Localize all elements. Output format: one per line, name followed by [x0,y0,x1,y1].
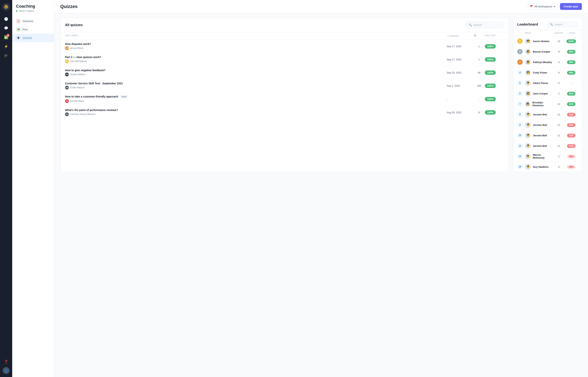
lb-score: 78% [564,123,578,127]
workspace-selector[interactable]: 🚩 All workspaces ▾ [527,3,558,10]
lb-name: Jane Cooper [533,92,548,95]
user-avatar[interactable]: 👤 [3,367,10,374]
list-item[interactable]: 9 👨 Jerome Bell 11 78% [513,120,582,130]
quizzes-search-placeholder: Search [473,24,482,26]
quiz-info: What's the point of performance reviews?… [65,108,447,116]
sessions-icon: 📋 [16,19,21,24]
nav-icon-help[interactable]: ❓ [2,358,10,365]
list-item[interactable]: 5 👨 Albert Flores 6 ··· [513,78,582,88]
header: Quizzes 🚩 All workspaces ▾ Create quiz [54,0,588,13]
quizzes-label: Quizzes [23,36,32,39]
avatar: 👨 [525,80,531,86]
quiz-author: CH Courtney Henry Effenson [65,112,447,116]
quizzes-search-input[interactable]: 🔍 Search [466,22,504,28]
lb-score: 86% [564,92,578,95]
lb-person: 👨 Albert Flores [525,80,553,86]
table-row[interactable]: Part 2 — How quizzes work? JB John Bill … [61,53,509,66]
rank-badge: 8 [517,112,525,117]
nav-icon-chat[interactable]: 💬 [2,24,10,32]
lb-name: Jerome Bell [533,113,547,116]
lb-score: 96% [564,60,578,64]
lb-person: 👩 Bessie Cooper [525,48,553,55]
lb-person: 👨 Marvin McKinney [525,153,553,159]
nav-icon-tasks[interactable]: ✅ 8 [2,34,10,41]
leaderboard-search[interactable]: 🔍 Search [547,22,578,27]
table-row[interactable]: How disputes work? JW Jenny Wilson Sep 1… [61,40,509,53]
quiz-info: Customer Service Skill Test - September … [65,82,447,90]
search-icon: 🔍 [469,24,472,26]
avatar: 🧑 [525,70,531,76]
list-item[interactable]: 8 👨 Jerome Bell 11 78% [513,109,582,120]
quiz-info: How to give negative feedback? AW Andrew… [65,69,447,76]
author-avatar: AW [65,72,69,76]
lb-score: 40% [564,165,578,168]
list-item[interactable]: 4 🧑 Cody Fisher 8 96% [513,67,582,78]
lb-name: Aaron Howles [533,40,550,43]
author-name: Andrew Willem [70,73,85,76]
avatar: 👨 [525,153,531,159]
list-item[interactable]: 10 👨 Jerome Bell 11 78% [513,130,582,141]
lb-col-score: ↓ Score [564,32,578,34]
table-row[interactable]: Customer Service Skill Test - September … [61,79,509,92]
draft-badge: Draft [120,95,128,98]
quiz-info: How disputes work? JW Jenny Wilson [65,42,447,50]
list-item[interactable]: 1 🧑 Aaron Howles 12 100% [513,36,582,47]
lb-quizzes-count: 5 [553,165,564,168]
lb-score: 78% [564,134,578,137]
sidebar-item-pins[interactable]: 📌 Pins [12,25,54,34]
author-name: Annette Black [70,100,84,102]
table-row[interactable]: How to take a customer-friendly approach… [61,92,509,106]
lb-score-badge: 78% [567,123,575,127]
quiz-name: How disputes work? [65,42,447,46]
pins-label: Pins [23,28,28,31]
lb-name: Bessie Cooper [533,50,550,53]
nav-icon-lightning[interactable]: ⚡ [2,43,10,50]
list-item[interactable]: 2 👩 Bessie Cooper 9 98% [513,47,582,57]
list-item[interactable]: 12 👨 Marvin McKinney 2 48% [513,151,582,162]
lb-quizzes-count: 9 [553,50,564,53]
tasks-badge: 8 [6,34,10,37]
lb-col-name: Name [525,32,553,34]
nav-icon-graduation[interactable]: 🎓 [2,52,10,59]
page-title: Quizzes [60,4,78,9]
table-row[interactable]: What's the point of performance reviews?… [61,106,509,119]
quiz-author: AB Annette Black [65,99,447,103]
avatar: 👨 [525,143,531,149]
lb-score-badge: 100% [566,39,576,43]
quiz-date: Sep 17, 2022 [447,58,473,61]
lb-name: Jerome Bell [533,134,547,137]
list-item[interactable]: 3 👩 Kathryn Murphy 3 96% [513,57,582,67]
quizzes-panel-header: All quizzes 🔍 Search [61,18,509,32]
rank-badge: 9 [517,122,525,128]
lb-score: 100% [564,39,578,43]
list-item[interactable]: 11 👨 Jerome Bell 11 78% [513,141,582,151]
nav-icon-clock[interactable]: 🕐 [2,15,10,23]
sidebar-item-quizzes[interactable]: 🎓 Quizzes [12,34,54,42]
quizzes-icon: 🎓 [16,35,21,40]
list-item[interactable]: 6 👩 Jane Cooper 2 86% [513,88,582,99]
col-participants [473,34,485,38]
workspace-dot [16,10,18,12]
col-quiz-author: Quiz / Author [65,34,447,38]
create-quiz-button[interactable]: Create quiz [560,3,582,10]
lb-score-badge: 96% [567,60,575,64]
quiz-name: Customer Service Skill Test - September … [65,82,447,85]
quizzes-panel: All quizzes 🔍 Search Quiz / Author ↓ Pub… [60,18,509,172]
leaderboard-panel: Leaderboard 🔍 Search Name Quizzes ↓ Scor… [513,18,582,172]
table-row[interactable]: How to give negative feedback? AW Andrew… [61,66,509,79]
content-area: All quizzes 🔍 Search Quiz / Author ↓ Pub… [54,13,588,177]
lb-person: 🧑 Aaron Howles [525,38,553,44]
list-item[interactable]: 19 👨 Guy Hawkins 5 40% [513,162,582,172]
rank-badge: 2 [517,49,525,54]
quiz-table: Quiz / Author ↓ Published Avg. score How… [61,32,509,119]
sidebar-item-sessions[interactable]: 📋 Sessions [12,17,54,25]
lb-score: 96% [564,71,578,74]
rank-badge: 6 [517,91,525,96]
list-item[interactable]: 7 👩 Brooklyn Simmons 12 82% [513,99,582,109]
pins-icon: 📌 [16,27,21,32]
col-published: ↓ Published [447,34,473,38]
lb-search-icon: 🔍 [550,23,553,26]
lb-more-button[interactable]: ··· [570,81,573,85]
lb-quizzes-count: 2 [553,155,564,158]
lb-search-placeholder: Search [554,23,562,26]
